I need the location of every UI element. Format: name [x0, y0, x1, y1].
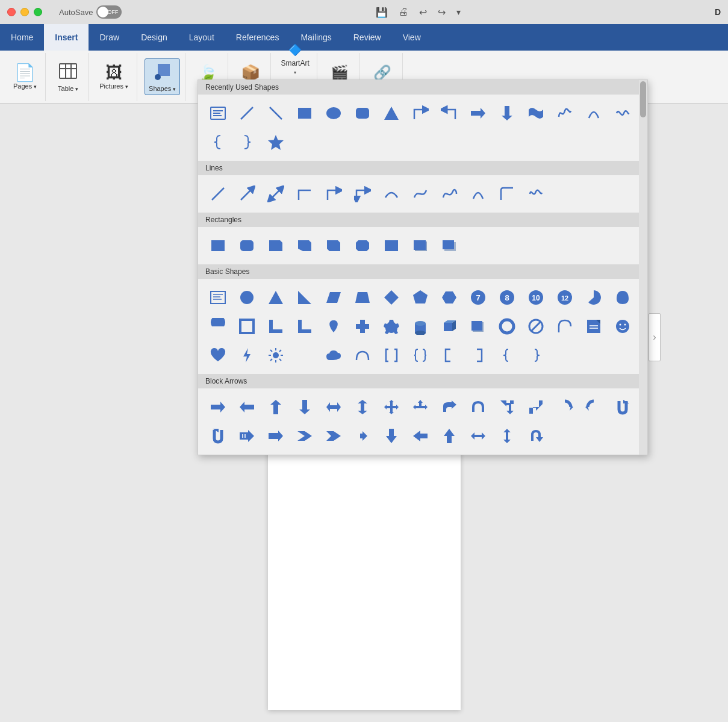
close-button[interactable] — [7, 8, 16, 16]
basic-right-triangle[interactable] — [291, 284, 319, 311]
basic-leaf[interactable] — [320, 313, 347, 340]
basic-diamond[interactable] — [378, 284, 405, 311]
save-icon[interactable]: 💾 — [376, 7, 388, 18]
basic-cylinder[interactable] — [406, 313, 434, 340]
basic-ring[interactable] — [493, 313, 521, 340]
shapes-button[interactable]: Shapes ▾ — [145, 58, 180, 95]
line-straight[interactable] — [204, 180, 232, 208]
scrollbar-track[interactable] — [639, 80, 647, 455]
basic-num8[interactable]: 8 — [493, 284, 521, 311]
tab-review[interactable]: Review — [343, 24, 392, 51]
arrow-move-h[interactable] — [464, 422, 492, 450]
pictures-button[interactable]: 🖼 Pictures ▾ — [96, 62, 132, 92]
rect-snip-two[interactable] — [349, 232, 376, 260]
basic-circle[interactable] — [233, 284, 261, 311]
line-partial-rect[interactable] — [493, 180, 521, 208]
shape-left-brace[interactable] — [204, 128, 232, 156]
shape-line-diag1[interactable] — [233, 99, 261, 127]
rect-solid[interactable] — [378, 232, 405, 260]
basic-note[interactable] — [580, 313, 608, 340]
basic-smiley[interactable] — [609, 313, 636, 340]
basic-bracket-sq[interactable] — [378, 341, 405, 369]
arrow-down-push[interactable] — [378, 422, 405, 450]
basic-corner[interactable] — [262, 313, 290, 340]
basic-crescent[interactable] — [291, 341, 319, 369]
arrow-right[interactable] — [204, 393, 232, 421]
arrow-circ-l[interactable] — [580, 393, 608, 421]
arrow-down[interactable] — [291, 393, 319, 421]
arrow-move-v[interactable] — [493, 422, 521, 450]
line-arc[interactable] — [464, 180, 492, 208]
pages-button[interactable]: 📄 Pages ▾ — [10, 62, 40, 92]
arrow-left[interactable] — [233, 393, 261, 421]
line-s-curve[interactable] — [406, 180, 434, 208]
basic-brace-r[interactable] — [522, 341, 550, 369]
shape-arc[interactable] — [580, 99, 608, 127]
basic-bracket-l[interactable] — [435, 341, 463, 369]
tab-draw[interactable]: Draw — [89, 24, 130, 51]
basic-pie[interactable] — [580, 284, 608, 311]
shape-right-arrow[interactable] — [464, 99, 492, 127]
arrow-four-way[interactable] — [378, 393, 405, 421]
rect-snip-diag[interactable] — [320, 232, 347, 260]
shape-textbox[interactable] — [204, 99, 232, 127]
basic-teardrop[interactable] — [609, 284, 636, 311]
arrow-u-return[interactable] — [609, 393, 636, 421]
tab-home[interactable]: Home — [0, 24, 44, 51]
arrow-push-left[interactable] — [406, 422, 434, 450]
basic-plus[interactable] — [349, 313, 376, 340]
basic-brace-sq[interactable] — [406, 341, 434, 369]
arrow-u-turn[interactable] — [464, 393, 492, 421]
line-elbow[interactable] — [291, 180, 319, 208]
arrow-up[interactable] — [262, 393, 290, 421]
basic-hexagon[interactable] — [435, 284, 463, 311]
shape-squiggle2[interactable] — [609, 99, 636, 127]
line-curve[interactable] — [378, 180, 405, 208]
basic-no-sign[interactable] — [522, 313, 550, 340]
tab-insert[interactable]: Insert — [44, 24, 89, 51]
rect-shadow1[interactable] — [406, 232, 434, 260]
arrow-stripes[interactable] — [233, 422, 261, 450]
smartart-button[interactable]: 🔷 SmartArt ▾ — [278, 42, 311, 76]
basic-arc2[interactable] — [551, 313, 579, 340]
basic-textbox[interactable] — [204, 284, 232, 311]
basic-gear[interactable] — [378, 313, 405, 340]
basic-lightning[interactable] — [233, 341, 261, 369]
basic-cube[interactable] — [435, 313, 463, 340]
basic-triangle[interactable] — [262, 284, 290, 311]
arrow-bent-right[interactable] — [435, 393, 463, 421]
basic-num7[interactable]: 7 — [464, 284, 492, 311]
arrow-diagonal-up[interactable] — [493, 393, 521, 421]
shape-right-brace[interactable] — [233, 128, 261, 156]
rect-plain[interactable] — [204, 232, 232, 260]
arrow-split[interactable] — [349, 422, 376, 450]
table-button[interactable]: Table ▾ — [53, 59, 83, 95]
scrollbar-thumb[interactable] — [640, 81, 646, 117]
redo-icon[interactable]: ↪ — [438, 7, 446, 18]
shape-squiggle1[interactable] — [551, 99, 579, 127]
shape-rectangle[interactable] — [291, 99, 319, 127]
tab-view[interactable]: View — [392, 24, 432, 51]
basic-heart[interactable] — [204, 341, 232, 369]
line-curve2[interactable] — [435, 180, 463, 208]
shape-elbow2[interactable] — [435, 99, 463, 127]
tab-design[interactable]: Design — [130, 24, 178, 51]
basic-brace-l[interactable] — [493, 341, 521, 369]
rect-rounded[interactable] — [233, 232, 261, 260]
shape-oval[interactable] — [320, 99, 347, 127]
basic-frame[interactable] — [233, 313, 261, 340]
line-elbow3[interactable] — [349, 180, 376, 208]
shape-rounded-rect[interactable] — [349, 99, 376, 127]
arrow-fat-right[interactable] — [262, 422, 290, 450]
shape-triangle[interactable] — [378, 99, 405, 127]
basic-parallelogram[interactable] — [320, 284, 347, 311]
arrow-chevron[interactable] — [291, 422, 319, 450]
basic-shadow-rect[interactable] — [464, 313, 492, 340]
basic-pentagon[interactable] — [406, 284, 434, 311]
arrow-u-turn3[interactable] — [522, 422, 550, 450]
arrow-left-right-up[interactable] — [406, 393, 434, 421]
basic-num12[interactable]: 12 — [551, 284, 579, 311]
shape-wave[interactable] — [522, 99, 550, 127]
arrow-up-right[interactable] — [522, 393, 550, 421]
rect-snip-same[interactable] — [291, 232, 319, 260]
